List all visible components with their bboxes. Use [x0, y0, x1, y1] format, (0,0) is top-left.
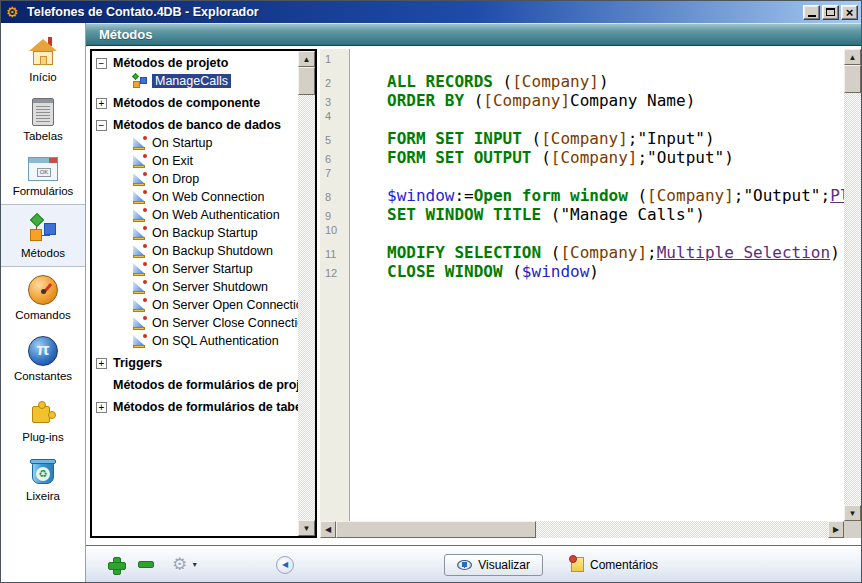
sidebar-item-metodos[interactable]: Métodos: [1, 204, 85, 267]
gear-menu-button[interactable]: [172, 556, 187, 573]
tree-item-label: On Server Close Connection: [152, 316, 298, 330]
sidebar-item-lixeira[interactable]: Lixeira: [1, 450, 85, 509]
scroll-down-button[interactable]: [298, 520, 315, 536]
code-token: [Company]: [541, 129, 628, 148]
sidebar-item-label: Lixeira: [26, 490, 60, 502]
sidebar: Início Tabelas Formulários Métodos Coman…: [1, 23, 86, 583]
tree-row[interactable]: − Métodos de projeto: [96, 54, 298, 72]
visualizar-label: Visualizar: [478, 558, 530, 572]
tree-row[interactable]: On Drop: [132, 170, 298, 188]
chevron-down-icon[interactable]: [191, 561, 198, 568]
tree-row[interactable]: On Server Shutdown: [132, 278, 298, 296]
tree-row[interactable]: + Triggers: [96, 354, 298, 372]
window-title: Telefones de Contato.4DB - Explorador: [27, 5, 798, 19]
tree-row[interactable]: On Backup Shutdown: [132, 242, 298, 260]
sidebar-item-label: Início: [29, 71, 57, 83]
code-editor[interactable]: 1 2 ALL RECORDS ([Company]) 3 ORDER BY (…: [320, 49, 861, 538]
visualizar-button[interactable]: Visualizar: [444, 554, 543, 576]
tree-item-label: Métodos de banco de dados: [113, 118, 281, 132]
sidebar-item-plugins[interactable]: Plug-ins: [1, 389, 85, 450]
tree-row[interactable]: + Métodos de componente: [96, 94, 298, 112]
collapse-panel-button[interactable]: [276, 556, 294, 574]
sidebar-item-formularios[interactable]: Formulários: [1, 149, 85, 204]
tree-row[interactable]: + Métodos de formulários de tabela: [96, 398, 298, 416]
tree-item-label: On Drop: [152, 172, 199, 186]
tree-expander[interactable]: +: [96, 402, 107, 413]
db-method-icon: [132, 225, 148, 241]
tree-expander[interactable]: −: [96, 120, 107, 131]
code-line: 12 CLOSE WINDOW ($window): [320, 262, 844, 281]
scrollbar-thumb[interactable]: [844, 65, 861, 93]
maximize-button[interactable]: [822, 5, 839, 20]
minimize-button[interactable]: [803, 5, 820, 20]
close-button[interactable]: [841, 5, 858, 20]
scroll-right-button[interactable]: [828, 521, 844, 538]
code-token: CLOSE WINDOW: [387, 262, 503, 281]
code-horizontal-scrollbar[interactable]: [320, 521, 844, 538]
sidebar-item-label: Comandos: [15, 309, 71, 321]
delete-method-button[interactable]: [138, 561, 154, 568]
tree-row[interactable]: On Startup: [132, 134, 298, 152]
tree-item-label: On Exit: [152, 154, 193, 168]
tree-row[interactable]: On SQL Authentication: [132, 332, 298, 350]
titlebar[interactable]: Telefones de Contato.4DB - Explorador: [1, 1, 861, 23]
minimize-icon: [808, 15, 816, 17]
scroll-left-button[interactable]: [320, 521, 336, 538]
sidebar-item-constantes[interactable]: Constantes: [1, 328, 85, 389]
scrollbar-track[interactable]: [844, 93, 861, 505]
tree-row[interactable]: On Web Connection: [132, 188, 298, 206]
scrollbar-thumb[interactable]: [336, 521, 536, 538]
sidebar-item-tabelas[interactable]: Tabelas: [1, 90, 85, 149]
line-number: 1: [320, 53, 350, 65]
sidebar-item-comandos[interactable]: Comandos: [1, 267, 85, 328]
tree-row[interactable]: On Server Open Connection: [132, 296, 298, 314]
code-line: 5 FORM SET INPUT ([Company];"Input"): [320, 129, 844, 148]
methods-tree[interactable]: − Métodos de projeto ManageCalls + Métod…: [92, 51, 298, 416]
tree-row[interactable]: On Server Startup: [132, 260, 298, 278]
plugins-icon: [28, 397, 58, 427]
eye-icon: [457, 560, 472, 570]
tree-expander[interactable]: −: [96, 58, 107, 69]
add-method-button[interactable]: [108, 557, 124, 573]
tree-expander[interactable]: +: [96, 98, 107, 109]
comentarios-button[interactable]: Comentários: [571, 557, 658, 572]
sidebar-item-label: Plug-ins: [22, 431, 64, 443]
code-token: (: [503, 262, 522, 281]
code-token: "Output": [743, 186, 820, 205]
line-number: 12: [320, 267, 350, 279]
code-vertical-scrollbar[interactable]: [844, 49, 861, 521]
tree-row[interactable]: On Web Authentication: [132, 206, 298, 224]
scroll-up-button[interactable]: [844, 49, 861, 65]
scrollbar-thumb[interactable]: [298, 67, 315, 95]
tree-item-label: Métodos de componente: [113, 96, 260, 110]
tree-row[interactable]: On Exit: [132, 152, 298, 170]
code-token: MODIFY SELECTION: [387, 243, 541, 262]
code-token: ): [589, 262, 599, 281]
code-line: 3 ORDER BY ([Company]Company Name): [320, 91, 844, 110]
code-token: ): [695, 205, 705, 224]
code-token: (: [493, 72, 512, 91]
tree-row[interactable]: On Server Close Connection: [132, 314, 298, 332]
scrollbar-track[interactable]: [536, 521, 828, 538]
forms-icon: [28, 157, 58, 181]
code-token: "Manage Calls": [560, 205, 695, 224]
scroll-up-button[interactable]: [298, 51, 315, 67]
tree-row[interactable]: − Métodos de banco de dados: [96, 116, 298, 134]
code-token: :=: [454, 186, 473, 205]
db-method-icon: [132, 315, 148, 331]
code-token: FORM SET INPUT: [387, 129, 522, 148]
tree-row[interactable]: Métodos de formulários de projeto: [96, 376, 298, 394]
code-token: (: [541, 243, 560, 262]
tree-row[interactable]: On Backup Startup: [132, 224, 298, 242]
trash-icon: [28, 458, 58, 486]
tree-item-selected[interactable]: ManageCalls: [132, 72, 298, 90]
code-text: SET WINDOW TITLE ("Manage Calls"): [350, 205, 844, 224]
close-icon: [846, 3, 854, 21]
db-method-icon: [132, 279, 148, 295]
sidebar-item-inicio[interactable]: Início: [1, 29, 85, 90]
tree-vertical-scrollbar[interactable]: [298, 51, 315, 536]
code-text: $window:=Open form window ([Company];"Ou…: [350, 186, 844, 205]
tree-expander[interactable]: +: [96, 358, 107, 369]
scroll-down-button[interactable]: [844, 505, 861, 521]
scrollbar-track[interactable]: [298, 95, 315, 520]
